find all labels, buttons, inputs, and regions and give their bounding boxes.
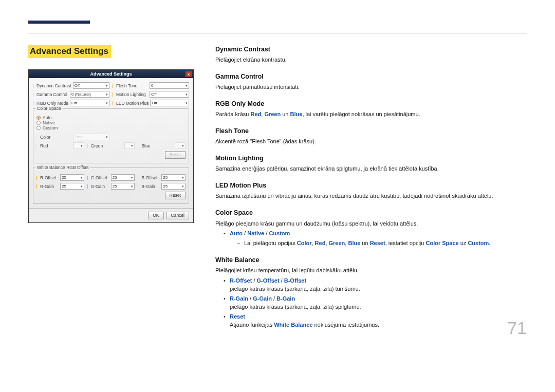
dropdown-label: R-Gain bbox=[40, 184, 59, 189]
subsection-title: Motion Lighting bbox=[215, 154, 527, 163]
dropdown-label: Gamma Control bbox=[36, 92, 68, 97]
body-text: Parāda krāsu Red, Green un Blue, lai var… bbox=[215, 110, 527, 119]
body-text: Samazina enerģijas patēriņu, samazinot e… bbox=[215, 165, 527, 173]
dropdown-label: Color bbox=[40, 135, 72, 140]
dropdown-label: R-Offset bbox=[40, 175, 59, 180]
dropdown[interactable]: 0 (Natural)▾ bbox=[70, 91, 109, 98]
dropdown-label: B-Offset bbox=[141, 175, 160, 180]
list-item-desc: pielāgo katras krāsas (sarkana, zaļa, zi… bbox=[230, 303, 527, 311]
radio-option[interactable]: Custom bbox=[36, 125, 186, 130]
dropdown: ▾ bbox=[175, 142, 186, 149]
subsection-title: Flesh Tone bbox=[215, 126, 527, 136]
list-item: Auto / Native / Custom Lai pielāgotu opc… bbox=[225, 230, 527, 248]
body-text: Samazina izplūšanu un vibrāciju ainās, k… bbox=[215, 192, 527, 200]
dropdown-label: LED Motion Plus bbox=[116, 101, 149, 106]
dropdown[interactable]: 25▾ bbox=[60, 174, 84, 181]
fieldset-legend: White Balance RGB Offset bbox=[35, 165, 90, 170]
sect-white-balance: White Balance Pielāgojiet krāsu temperat… bbox=[215, 255, 527, 329]
sub-list: Lai pielāgotu opcijas Color, Red, Green,… bbox=[230, 239, 527, 248]
close-icon[interactable]: x bbox=[185, 71, 192, 77]
sect-rgb-only: RGB Only Mode Parāda krāsu Red, Green un… bbox=[215, 99, 527, 119]
dropdown-label: Blue bbox=[141, 143, 173, 148]
list-item: Lai pielāgotu opcijas Color, Red, Green,… bbox=[239, 239, 527, 248]
dropdown[interactable]: 25▾ bbox=[111, 183, 135, 190]
reset-button: Reset bbox=[165, 151, 186, 159]
dropdown: ▾ bbox=[73, 142, 84, 149]
radio-option[interactable]: Native bbox=[36, 120, 186, 125]
reset-button[interactable]: Reset bbox=[165, 192, 186, 199]
sect-dynamic-contrast: Dynamic Contrast Pielāgojiet ekrāna kont… bbox=[215, 45, 527, 64]
dropdown[interactable]: Off▾ bbox=[70, 100, 109, 106]
sect-flesh-tone: Flesh Tone Akcentē rozā "Flesh Tone" (ād… bbox=[215, 126, 527, 146]
dropdown-label: Motion Lighting bbox=[116, 92, 148, 97]
chevron-down-icon: ▾ bbox=[106, 92, 108, 97]
dropdown-label: G-Gain bbox=[91, 184, 109, 189]
dropdown-label: Green bbox=[91, 143, 123, 148]
bullet-list: R-Offset / G-Offset / B-Offset pielāgo k… bbox=[215, 277, 527, 329]
list-item: R-Offset / G-Offset / B-Offset pielāgo k… bbox=[225, 277, 527, 293]
sect-gamma-control: Gamma Control Pielāgojiet pamatkrāsu int… bbox=[215, 72, 527, 91]
body-text: Pielāgojiet pamatkrāsu intensitāti. bbox=[215, 83, 527, 91]
radio-option[interactable]: Auto bbox=[36, 115, 186, 120]
fieldset-legend: Color Space bbox=[35, 106, 63, 111]
subsection-title: Gamma Control bbox=[215, 72, 527, 81]
sect-led-motion-plus: LED Motion Plus Samazina izplūšanu un vi… bbox=[215, 181, 527, 200]
body-text: Pielāgo pieejamo krāsu gammu un daudzumu… bbox=[215, 220, 527, 228]
dropdown: Red▾ bbox=[73, 134, 109, 140]
dropdown-label: Flesh Tone bbox=[116, 83, 148, 88]
osd-row: Gamma Control0 (Natural)▾ Motion Lightin… bbox=[33, 91, 189, 98]
dropdown-label: Dynamic Contrast bbox=[36, 83, 71, 88]
body-text: Pielāgojiet ekrāna kontrastu. bbox=[215, 56, 527, 64]
list-item-desc: pielāgo katras krāsas (sarkana, zaļa, zi… bbox=[230, 285, 527, 293]
chevron-down-icon: ▾ bbox=[186, 92, 188, 97]
dropdown[interactable]: Off▾ bbox=[150, 100, 189, 106]
section-heading: Advanced Settings bbox=[28, 45, 111, 58]
osd-title: Advanced Settings bbox=[90, 71, 132, 77]
subsection-title: Dynamic Contrast bbox=[215, 45, 527, 54]
color-space-fieldset: Color Space Auto Native Custom ColorRed▾… bbox=[33, 108, 189, 163]
body-text: Pielāgojiet krāsu temperatūru, lai iegūt… bbox=[215, 267, 527, 275]
dropdown-label: B-Gain bbox=[141, 184, 160, 189]
right-column: Dynamic Contrast Pielāgojiet ekrāna kont… bbox=[215, 45, 527, 337]
chevron-down-icon: ▾ bbox=[186, 101, 188, 105]
dropdown[interactable]: 0▾ bbox=[150, 82, 189, 89]
dropdown[interactable]: 25▾ bbox=[161, 183, 186, 190]
header-accent-bar bbox=[28, 21, 90, 24]
dropdown-label: G-Offset bbox=[91, 175, 109, 180]
dropdown[interactable]: Off▾ bbox=[150, 91, 189, 98]
ok-button[interactable]: OK bbox=[148, 212, 163, 219]
sect-motion-lighting: Motion Lighting Samazina enerģijas patēr… bbox=[215, 154, 527, 173]
list-item-desc: Atjauno funkcijas White Balance noklusēj… bbox=[230, 321, 527, 329]
radio-icon bbox=[36, 121, 41, 125]
page-number: 71 bbox=[507, 318, 527, 338]
osd-dialog: Advanced Settings x Dynamic ContrastOff▾… bbox=[28, 69, 194, 223]
chevron-down-icon: ▾ bbox=[106, 135, 108, 139]
cancel-button[interactable]: Cancel bbox=[166, 212, 189, 219]
dropdown[interactable]: 25▾ bbox=[60, 183, 84, 190]
dropdown-label: Red bbox=[40, 143, 72, 148]
dropdown[interactable]: 25▾ bbox=[111, 174, 135, 181]
subsection-title: White Balance bbox=[215, 255, 527, 265]
osd-row: Dynamic ContrastOff▾ Flesh Tone0▾ bbox=[33, 82, 189, 89]
chevron-down-icon: ▾ bbox=[106, 84, 108, 88]
left-column: Advanced Settings Advanced Settings x Dy… bbox=[28, 45, 194, 223]
sect-color-space: Color Space Pielāgo pieejamo krāsu gammu… bbox=[215, 208, 527, 248]
dropdown: ▾ bbox=[124, 142, 135, 149]
dropdown[interactable]: Off▾ bbox=[73, 82, 109, 89]
dropdown-label: RGB Only Mode bbox=[36, 101, 68, 106]
chevron-down-icon: ▾ bbox=[106, 101, 108, 105]
white-balance-fieldset: White Balance RGB Offset R-Offset25▾ G-O… bbox=[33, 167, 189, 204]
subsection-title: Color Space bbox=[215, 208, 527, 217]
osd-body: Dynamic ContrastOff▾ Flesh Tone0▾ Gamma … bbox=[29, 78, 193, 208]
bullet-list: Auto / Native / Custom Lai pielāgotu opc… bbox=[215, 230, 527, 248]
body-text: Akcentē rozā "Flesh Tone" (ādas krāsu). bbox=[215, 138, 527, 146]
dropdown[interactable]: 25▾ bbox=[161, 174, 186, 181]
list-item: R-Gain / G-Gain / B-Gain pielāgo katras … bbox=[225, 295, 527, 311]
chevron-down-icon: ▾ bbox=[186, 84, 188, 88]
osd-titlebar: Advanced Settings x bbox=[29, 70, 193, 78]
osd-footer: OK Cancel bbox=[29, 208, 193, 222]
radio-icon bbox=[36, 116, 41, 120]
list-item: Reset Atjauno funkcijas White Balance no… bbox=[225, 313, 527, 329]
subsection-title: LED Motion Plus bbox=[215, 181, 527, 190]
header-divider bbox=[28, 33, 527, 33]
